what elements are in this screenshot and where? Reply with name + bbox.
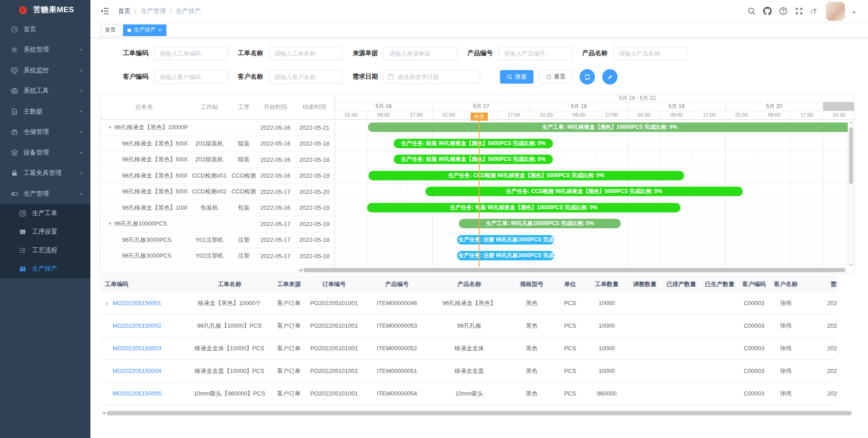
search-icon[interactable] bbox=[747, 7, 756, 15]
orders-column-header[interactable]: 已生产数量 bbox=[703, 277, 736, 292]
orders-column-header[interactable]: 工单编码 bbox=[100, 277, 188, 292]
order-row[interactable]: ∨MO202205150001 移液盒【黑色】10000个 客户订单 PO202… bbox=[100, 292, 837, 315]
work-order-code-link[interactable]: MO202205150002 bbox=[113, 322, 161, 329]
order-row[interactable]: MO202205150003 移液盒盒体【10000】PCS 客户订单 PO20… bbox=[100, 337, 837, 360]
orders-column-header[interactable]: 客户编码 bbox=[736, 277, 772, 292]
row-expand-caret-icon[interactable]: ∨ bbox=[105, 301, 113, 306]
orders-column-header[interactable]: 订单编号 bbox=[307, 277, 362, 292]
refresh-schedule-button[interactable] bbox=[580, 69, 595, 85]
task-end-time: 2022-05-19 bbox=[294, 204, 335, 211]
gantt-task-row[interactable]: 96孔孔板3000PCS Y02注塑机 注塑 2022-05-17 2022-0… bbox=[101, 248, 335, 264]
gantt-task-row[interactable]: ▼96孔孔板10000PCS 2022-05-17 2022-05-19 bbox=[101, 216, 335, 232]
work-order-code-link[interactable]: MO202205150005 bbox=[113, 390, 161, 397]
orders-column-header[interactable]: 工单名称 bbox=[188, 277, 271, 292]
breadcrumb-production-mgmt[interactable]: 生产管理 bbox=[141, 7, 166, 15]
timeline-hour-cell: 09:00 bbox=[660, 111, 693, 119]
work-order-code-link[interactable]: MO202205150001 bbox=[113, 300, 161, 306]
gantt-task-row[interactable]: 96孔移液盒【黑色】10000PCS 包装机 包装 2022-05-16 202… bbox=[101, 200, 335, 217]
order-row[interactable]: MO202205150005 10mm吸头【960000】PCS 客户订单 PO… bbox=[100, 382, 837, 405]
gantt-bar[interactable]: 生产任务: 组装 96孔移液盒【黑色】5000PCS 完成比例: 0% bbox=[394, 139, 553, 148]
table-horizontal-scrollbar[interactable]: ◀ bbox=[100, 410, 852, 415]
scroll-left-arrow-icon[interactable]: ◀ bbox=[297, 268, 303, 272]
edit-schedule-button[interactable] bbox=[602, 69, 618, 85]
orders-column-header[interactable]: 客户名称 bbox=[772, 277, 799, 292]
scroll-up-arrow-icon[interactable]: ▲ bbox=[848, 121, 854, 124]
orders-column-header[interactable]: 单位 bbox=[557, 277, 583, 292]
product-name-input[interactable] bbox=[613, 47, 687, 60]
order-row[interactable]: MO202205150004 移液盒盒盖【10000】PCS 客户订单 PO20… bbox=[100, 360, 837, 382]
sidebar-item-process-setup[interactable]: 工序设置 bbox=[0, 223, 90, 241]
sidebar-item-home[interactable]: 首页 bbox=[0, 19, 90, 40]
gantt-bar[interactable]: 生产工单: 96孔移液盒【黑色】10000PCS 完成比例: 0% bbox=[368, 122, 851, 132]
sidebar-item-system-monitor[interactable]: 系统监控 bbox=[0, 60, 90, 81]
sidebar-item-system-tools[interactable]: 系统工具 bbox=[0, 81, 90, 102]
orders-column-header[interactable]: 需求日期 bbox=[799, 277, 837, 292]
scroll-left-arrow-icon[interactable]: ◀ bbox=[100, 411, 107, 415]
tab-home[interactable]: 首页 bbox=[100, 24, 120, 36]
user-menu-caret-icon[interactable] bbox=[852, 12, 856, 15]
orders-column-header[interactable]: 产品名称 bbox=[432, 277, 506, 292]
customer-name-input[interactable] bbox=[269, 70, 343, 84]
sidebar-item-system-mgmt[interactable]: 系统管理 bbox=[0, 40, 90, 61]
gantt-task-row[interactable]: 96孔移液盒【黑色】5000PCS Z02组装机 组装 2022-05-16 2… bbox=[101, 152, 335, 168]
help-icon[interactable] bbox=[779, 7, 788, 15]
gantt-task-row[interactable]: ▼96孔移液盒【黑色】10000PCS 2022-05-16 2022-05-2… bbox=[101, 120, 335, 136]
scroll-down-arrow-icon[interactable]: ▼ bbox=[848, 263, 854, 266]
document-icon bbox=[11, 108, 18, 115]
orders-column-header[interactable]: 工单来源 bbox=[271, 277, 307, 292]
gantt-vertical-scrollbar[interactable]: ▲ ▼ bbox=[848, 120, 854, 267]
sidebar-collapse-icon[interactable] bbox=[100, 7, 109, 15]
fullscreen-icon[interactable] bbox=[795, 7, 803, 15]
customer-name: 张伟 bbox=[772, 337, 799, 360]
orders-column-header[interactable]: 已排产数量 bbox=[659, 277, 703, 292]
gantt-horizontal-scrollbar[interactable]: ◀ bbox=[297, 267, 847, 273]
sidebar-item-warehouse[interactable]: 仓储管理 bbox=[0, 122, 90, 143]
sidebar-item-work-orders[interactable]: 生产工单 bbox=[0, 204, 90, 223]
sidebar-item-production-scheduling[interactable]: 生产排产 bbox=[0, 260, 90, 278]
gantt-task-row[interactable]: 96孔移液盒【黑色】5000PCS Z01组装机 组装 2022-05-16 2… bbox=[101, 136, 335, 152]
sidebar-item-fixtures[interactable]: 工装夹具管理 bbox=[0, 163, 90, 184]
orders-column-header[interactable]: 产品编号 bbox=[362, 277, 432, 292]
github-icon[interactable] bbox=[763, 7, 772, 15]
gantt-task-row[interactable]: 96孔移液盒【黑色】5000PCS CCD检测#02 CCD检测 2022-05… bbox=[101, 184, 335, 200]
gantt-task-row[interactable]: 96孔移液盒【黑色】5000PCS CCD检测#01 CCD检测 2022-05… bbox=[101, 168, 335, 184]
work-order-code-link[interactable]: MO202205150003 bbox=[113, 345, 161, 352]
work-order-code-link[interactable]: MO202205150004 bbox=[113, 367, 161, 374]
sidebar-item-equipment[interactable]: 设备管理 bbox=[0, 142, 90, 163]
tab-production-scheduling[interactable]: 生产排产 × bbox=[123, 24, 166, 36]
gantt-bar[interactable]: 生产任务: CCD检测 96孔移液盒【黑色】5000PCS 完成比例: 0% bbox=[425, 187, 743, 196]
toggle-icon bbox=[11, 190, 18, 198]
orders-column-header[interactable]: 规格型号 bbox=[506, 277, 557, 292]
gantt-task-row[interactable]: 96孔孔板3000PCS Y01注塑机 注塑 2022-05-17 2022-0… bbox=[101, 232, 335, 249]
breadcrumb-home[interactable]: 首页 bbox=[118, 7, 131, 15]
expand-caret-icon[interactable]: ▼ bbox=[108, 221, 112, 226]
gantt-bar[interactable]: 生产工单: 96孔孔板10000PCS 完成比例: 0% bbox=[459, 219, 621, 228]
search-button[interactable]: 搜索 bbox=[500, 70, 533, 84]
sidebar-item-process-flow[interactable]: 工艺流程 bbox=[0, 241, 90, 260]
vertical-scroll-thumb[interactable] bbox=[849, 127, 853, 184]
avatar[interactable] bbox=[826, 2, 845, 21]
work-order-name-input[interactable] bbox=[269, 47, 343, 60]
demand-date-input[interactable] bbox=[383, 70, 480, 84]
gantt-bar[interactable]: 生产任务: 注塑 96孔孔板3000PCS 完成比例: 0% bbox=[457, 235, 554, 245]
customer-code-input[interactable] bbox=[154, 70, 228, 84]
app-logo[interactable]: K 苦糖果MES bbox=[0, 0, 90, 19]
orders-column-header[interactable]: 调整数量 bbox=[630, 277, 659, 292]
close-icon[interactable]: × bbox=[158, 27, 162, 33]
source-doc-input[interactable] bbox=[383, 47, 458, 60]
horizontal-scroll-thumb[interactable] bbox=[303, 268, 845, 272]
gantt-bar[interactable]: 生产任务: 组装 96孔移液盒【黑色】5000PCS 完成比例: 0% bbox=[394, 155, 553, 164]
product-code-input[interactable] bbox=[498, 47, 572, 60]
font-size-icon[interactable]: тT bbox=[811, 8, 817, 14]
sidebar-item-production-mgmt[interactable]: 生产管理 bbox=[0, 184, 90, 204]
order-row[interactable]: MO202205150002 96孔孔板【10000】PCS 客户订单 PO20… bbox=[100, 315, 837, 337]
gantt-bar[interactable]: 生产任务: 包装 96孔移液盒【黑色】10000PCS 完成比例: 0% bbox=[367, 203, 680, 212]
gantt-bar[interactable]: 生产任务: CCD检测 96孔移液盒【黑色】5000PCS 完成比例: 0% bbox=[368, 171, 684, 180]
horizontal-scroll-thumb[interactable] bbox=[107, 411, 852, 415]
expand-caret-icon[interactable]: ▼ bbox=[108, 125, 112, 130]
sidebar-item-master-data[interactable]: 主数据 bbox=[0, 101, 90, 122]
orders-column-header[interactable]: 工单数量 bbox=[583, 277, 630, 292]
work-order-code-input[interactable] bbox=[154, 47, 228, 60]
gantt-bar[interactable]: 生产任务: 注塑 96孔孔板3000PCS 完成比例: 0% bbox=[457, 251, 554, 260]
reset-button[interactable]: 重置 bbox=[539, 70, 572, 84]
